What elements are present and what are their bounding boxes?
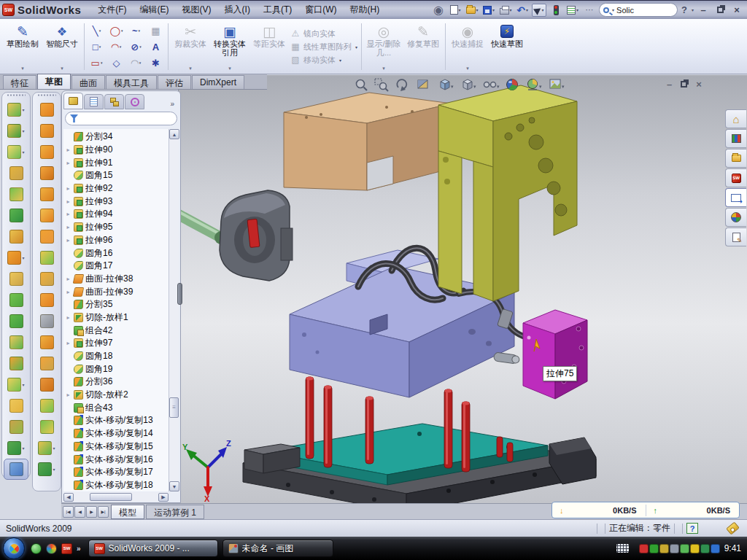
ruled-surface-button[interactable]: ▾ bbox=[33, 438, 61, 459]
feature-tree-item[interactable]: ▸ 拉伸94 bbox=[63, 208, 169, 221]
move-copy-body-button[interactable] bbox=[2, 353, 30, 374]
section-view-icon[interactable] bbox=[418, 80, 427, 88]
hide-show-items-icon[interactable]: ▾ bbox=[484, 82, 500, 90]
expand-arrow-icon[interactable]: ▸ bbox=[65, 276, 71, 282]
insert-mold-folders-button[interactable] bbox=[33, 141, 61, 163]
zoom-fit-icon[interactable] bbox=[357, 80, 368, 91]
mirror-entities-button[interactable]: ⚠镜向实体 bbox=[290, 28, 357, 39]
menu-item-4[interactable]: 工具(T) bbox=[257, 1, 298, 19]
expand-arrow-icon[interactable]: ▸ bbox=[65, 237, 71, 244]
cavity-button[interactable] bbox=[33, 184, 61, 205]
line-tool[interactable]: ╲▾ bbox=[87, 23, 107, 39]
scale-button[interactable] bbox=[33, 332, 61, 353]
extruded-cut-button[interactable]: ▾ bbox=[2, 120, 30, 141]
tree-vertical-scrollbar[interactable]: ▲ ▼ bbox=[169, 129, 179, 491]
taskbar-button-solidworks[interactable]: SW SolidWorks 2009 - ... bbox=[88, 540, 218, 557]
prev-tab-button[interactable]: ◀ bbox=[74, 506, 85, 518]
network-warning-icon[interactable] bbox=[690, 544, 700, 553]
options-button[interactable]: ▾ bbox=[565, 4, 580, 17]
scroll-down-button[interactable]: ▼ bbox=[169, 481, 179, 491]
design-library-tab[interactable] bbox=[725, 129, 746, 148]
elbow-feature-button[interactable] bbox=[33, 289, 61, 311]
swept-boss-button[interactable] bbox=[2, 163, 30, 184]
scenes-tab[interactable] bbox=[725, 208, 746, 227]
antivirus-red-shield-icon[interactable] bbox=[639, 544, 649, 553]
quick-launch-solidworks-icon[interactable]: SW bbox=[61, 543, 72, 554]
help-button[interactable]: ? bbox=[680, 4, 689, 15]
feature-tree-item[interactable]: ▸ 拉伸95 bbox=[63, 221, 169, 234]
close-button[interactable]: × bbox=[729, 4, 744, 15]
view-settings-icon[interactable]: ▾ bbox=[550, 79, 565, 89]
zoom-area-icon[interactable] bbox=[375, 79, 388, 91]
freeform-button[interactable]: ▾ bbox=[33, 459, 61, 480]
tooling-split-button[interactable] bbox=[33, 268, 61, 289]
feature-tree-item[interactable]: 圆角17 bbox=[63, 260, 169, 273]
graphics-viewport[interactable]: Y Z X bbox=[178, 75, 747, 503]
feature-tree-item[interactable]: 分割36 bbox=[63, 376, 169, 389]
split-line-button[interactable] bbox=[33, 99, 61, 120]
pin-icon[interactable]: ◉ bbox=[431, 4, 446, 17]
tag-icon[interactable] bbox=[726, 521, 740, 534]
expand-arrow-icon[interactable]: ▸ bbox=[65, 314, 71, 321]
volume-icon[interactable] bbox=[670, 544, 679, 553]
start-button[interactable] bbox=[3, 537, 25, 559]
display-style-icon[interactable]: ▾ bbox=[463, 79, 476, 90]
doc-restore-button[interactable] bbox=[681, 79, 687, 90]
insert-cavity-button[interactable] bbox=[33, 374, 61, 395]
model-gray-insert[interactable] bbox=[179, 190, 293, 281]
tree-filter-bar[interactable] bbox=[65, 112, 177, 125]
boundary-boss-button[interactable] bbox=[2, 205, 30, 226]
status-help-button[interactable]: ? bbox=[686, 523, 698, 534]
scroll-left-button[interactable]: ◀ bbox=[63, 493, 74, 502]
helix-spiral-button[interactable]: ▾ bbox=[2, 438, 30, 459]
quick-launch-chevron-icon[interactable]: » bbox=[77, 545, 81, 553]
heads-up-view-toolbar[interactable]: ▾ ▾ ▾ ▾ ▾ bbox=[355, 77, 573, 94]
ribbon-tab-评估[interactable]: 评估 bbox=[158, 75, 191, 89]
parting-surface-button[interactable] bbox=[33, 226, 61, 247]
selection-filter-button[interactable] bbox=[549, 4, 563, 17]
first-tab-button[interactable]: |◀ bbox=[63, 506, 74, 518]
maximize-button[interactable] bbox=[713, 4, 727, 15]
expand-arrow-icon[interactable]: ▸ bbox=[65, 224, 71, 230]
solidworks-resources-tab[interactable]: ⌂ bbox=[725, 109, 746, 128]
hole-wizard-button[interactable] bbox=[2, 226, 30, 247]
expand-arrow-icon[interactable]: ▸ bbox=[65, 198, 71, 205]
feature-tree-item[interactable]: ▸ 拉伸97 bbox=[63, 337, 169, 350]
parting-line-button[interactable] bbox=[33, 205, 61, 226]
feature-tree-item[interactable]: ▸ 拉伸91 bbox=[63, 156, 169, 169]
doc-close-button[interactable]: × bbox=[696, 79, 702, 90]
feature-tree-item[interactable]: ▸ 切除-放样2 bbox=[63, 389, 169, 402]
expand-arrow-icon[interactable]: ▸ bbox=[65, 340, 71, 346]
apply-scene-icon[interactable]: ▾ bbox=[528, 79, 543, 90]
text-tool[interactable]: A bbox=[146, 39, 166, 55]
feature-tree-item[interactable]: ▸ 拉伸92 bbox=[63, 182, 169, 195]
quick-snaps-button[interactable]: ◉ 快速捕捉 ▾ bbox=[448, 20, 487, 73]
fillet-button[interactable]: ▾ bbox=[2, 141, 30, 163]
open-button[interactable]: ▾ bbox=[465, 4, 479, 17]
feature-tree-item[interactable]: 实体-移动/复制18 bbox=[63, 479, 169, 491]
quick-launch-messenger-icon[interactable] bbox=[31, 543, 42, 554]
quick-launch-media-icon[interactable] bbox=[46, 543, 57, 554]
search-input[interactable] bbox=[616, 6, 660, 15]
ellipse-tool[interactable]: ⊘▾ bbox=[126, 39, 146, 55]
smart-dimension-button[interactable]: ❖ 智能尺寸 ▾ bbox=[42, 20, 82, 73]
fillet-sketch-tool[interactable]: ◠▾ bbox=[126, 55, 146, 71]
extruded-boss-button[interactable]: ▾ bbox=[2, 99, 30, 120]
new-document-button[interactable]: ▾ bbox=[448, 4, 462, 17]
repair-sketch-button[interactable]: ✎ 修复草图 bbox=[403, 20, 443, 73]
doc-tab-模型[interactable]: 模型 bbox=[111, 505, 144, 519]
lofted-boss-button[interactable] bbox=[2, 184, 30, 205]
feature-tree-item[interactable]: 组合42 bbox=[63, 324, 169, 337]
feature-tree-item[interactable]: 圆角15 bbox=[63, 169, 169, 182]
next-tab-button[interactable]: ▶ bbox=[86, 506, 97, 518]
undo-button[interactable]: ↶▾ bbox=[515, 4, 530, 17]
ribbon-tab-DimXpert[interactable]: DimXpert bbox=[192, 75, 244, 89]
planar-surface-button[interactable] bbox=[33, 395, 61, 416]
ribbon-tab-模具工具[interactable]: 模具工具 bbox=[106, 75, 157, 89]
file-explorer-tab[interactable] bbox=[725, 149, 746, 168]
expand-arrow-icon[interactable]: ▸ bbox=[65, 160, 71, 166]
dome-button[interactable] bbox=[2, 332, 30, 353]
feature-tree-item[interactable]: 圆角19 bbox=[63, 362, 169, 376]
doc-tab-运动算例 1[interactable]: 运动算例 1 bbox=[146, 505, 204, 519]
scroll-up-button[interactable]: ▲ bbox=[169, 129, 179, 139]
